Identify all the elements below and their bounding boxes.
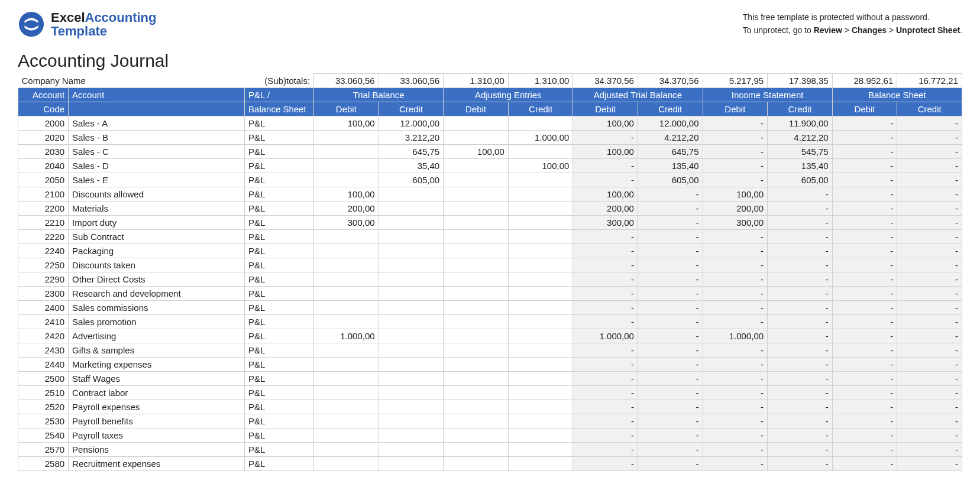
cell-adjusted-credit[interactable]: -: [638, 202, 703, 216]
cell-account-name[interactable]: Sales commissions: [69, 301, 245, 315]
cell-adjusting-credit[interactable]: [508, 272, 573, 287]
cell-trial-debit[interactable]: [314, 287, 379, 301]
cell-balance-debit[interactable]: -: [832, 372, 897, 386]
cell-balance-debit[interactable]: -: [832, 131, 897, 145]
cell-account-code[interactable]: 2540: [18, 428, 69, 443]
cell-account-type[interactable]: P&L: [245, 159, 314, 173]
cell-account-code[interactable]: 2570: [18, 443, 69, 457]
cell-adjusted-debit[interactable]: -: [573, 343, 638, 358]
cell-account-type[interactable]: P&L: [245, 202, 314, 216]
cell-account-type[interactable]: P&L: [245, 173, 314, 187]
cell-account-name[interactable]: Sales - C: [69, 145, 245, 159]
cell-account-type[interactable]: P&L: [245, 372, 314, 386]
cell-balance-debit[interactable]: -: [832, 443, 897, 457]
cell-income-debit[interactable]: 1.000,00: [703, 329, 768, 343]
cell-adjusted-credit[interactable]: 4.212,20: [638, 131, 703, 145]
cell-income-credit[interactable]: -: [768, 315, 833, 329]
cell-balance-debit[interactable]: -: [832, 173, 897, 187]
cell-account-type[interactable]: P&L: [245, 414, 314, 428]
cell-adjusted-debit[interactable]: -: [573, 131, 638, 145]
cell-account-type[interactable]: P&L: [245, 358, 314, 372]
cell-account-type[interactable]: P&L: [245, 457, 314, 471]
subtotal-cell[interactable]: 1.310,00: [508, 74, 573, 88]
cell-adjusted-debit[interactable]: -: [573, 400, 638, 414]
cell-balance-credit[interactable]: -: [897, 216, 962, 230]
cell-adjusting-credit[interactable]: [508, 443, 573, 457]
cell-adjusting-debit[interactable]: [444, 131, 509, 145]
subtotal-cell[interactable]: 34.370,56: [638, 74, 703, 88]
cell-income-debit[interactable]: -: [703, 372, 768, 386]
cell-account-code[interactable]: 2050: [18, 173, 69, 187]
cell-adjusting-debit[interactable]: [444, 116, 509, 131]
cell-income-credit[interactable]: 135,40: [768, 159, 833, 173]
cell-account-code[interactable]: 2400: [18, 301, 69, 315]
cell-income-credit[interactable]: 4.212,20: [768, 131, 833, 145]
cell-balance-credit[interactable]: -: [897, 457, 962, 471]
cell-income-debit[interactable]: -: [703, 414, 768, 428]
cell-adjusting-debit[interactable]: [444, 287, 509, 301]
cell-account-code[interactable]: 2500: [18, 372, 69, 386]
cell-income-debit[interactable]: -: [703, 116, 768, 131]
cell-balance-debit[interactable]: -: [832, 358, 897, 372]
cell-trial-credit[interactable]: [379, 428, 444, 443]
subtotal-cell[interactable]: 16.772,21: [897, 74, 962, 88]
cell-adjusted-credit[interactable]: -: [638, 272, 703, 287]
cell-income-credit[interactable]: -: [768, 414, 833, 428]
cell-adjusting-credit[interactable]: [508, 400, 573, 414]
cell-adjusting-debit[interactable]: [444, 443, 509, 457]
cell-balance-debit[interactable]: -: [832, 116, 897, 131]
cell-income-debit[interactable]: -: [703, 287, 768, 301]
cell-account-name[interactable]: Payroll expenses: [69, 400, 245, 414]
cell-adjusting-credit[interactable]: [508, 457, 573, 471]
cell-trial-credit[interactable]: [379, 230, 444, 244]
cell-adjusting-credit[interactable]: [508, 202, 573, 216]
cell-trial-credit[interactable]: [379, 329, 444, 343]
cell-adjusted-credit[interactable]: -: [638, 386, 703, 400]
cell-adjusted-credit[interactable]: -: [638, 358, 703, 372]
cell-trial-debit[interactable]: [314, 372, 379, 386]
cell-income-debit[interactable]: -: [703, 443, 768, 457]
cell-account-type[interactable]: P&L: [245, 301, 314, 315]
cell-income-credit[interactable]: -: [768, 301, 833, 315]
cell-account-type[interactable]: P&L: [245, 400, 314, 414]
cell-balance-credit[interactable]: -: [897, 414, 962, 428]
cell-trial-credit[interactable]: 605,00: [379, 173, 444, 187]
cell-adjusted-debit[interactable]: -: [573, 428, 638, 443]
cell-account-name[interactable]: Sub Contract: [69, 230, 245, 244]
cell-trial-credit[interactable]: [379, 372, 444, 386]
cell-adjusting-credit[interactable]: [508, 386, 573, 400]
cell-adjusted-debit[interactable]: 100,00: [573, 145, 638, 159]
cell-adjusted-debit[interactable]: 300,00: [573, 216, 638, 230]
cell-adjusting-debit[interactable]: [444, 428, 509, 443]
cell-trial-debit[interactable]: [314, 400, 379, 414]
cell-adjusting-credit[interactable]: [508, 287, 573, 301]
cell-adjusting-credit[interactable]: [508, 230, 573, 244]
cell-income-debit[interactable]: -: [703, 272, 768, 287]
cell-balance-debit[interactable]: -: [832, 428, 897, 443]
cell-adjusting-debit[interactable]: [444, 202, 509, 216]
cell-balance-credit[interactable]: -: [897, 372, 962, 386]
cell-adjusting-debit[interactable]: [444, 230, 509, 244]
cell-balance-debit[interactable]: -: [832, 414, 897, 428]
subtotal-cell[interactable]: 17.398,35: [768, 74, 833, 88]
cell-account-code[interactable]: 2580: [18, 457, 69, 471]
cell-income-debit[interactable]: -: [703, 301, 768, 315]
cell-adjusted-credit[interactable]: -: [638, 414, 703, 428]
cell-account-code[interactable]: 2210: [18, 216, 69, 230]
cell-account-code[interactable]: 2220: [18, 230, 69, 244]
cell-trial-credit[interactable]: [379, 343, 444, 358]
cell-balance-credit[interactable]: -: [897, 329, 962, 343]
cell-balance-credit[interactable]: -: [897, 443, 962, 457]
cell-account-name[interactable]: Pensions: [69, 443, 245, 457]
cell-account-name[interactable]: Sales promotion: [69, 315, 245, 329]
cell-adjusting-debit[interactable]: 100,00: [444, 145, 509, 159]
cell-account-type[interactable]: P&L: [245, 272, 314, 287]
cell-account-code[interactable]: 2510: [18, 386, 69, 400]
cell-trial-credit[interactable]: [379, 386, 444, 400]
cell-account-code[interactable]: 2430: [18, 343, 69, 358]
cell-adjusted-debit[interactable]: -: [573, 315, 638, 329]
cell-trial-credit[interactable]: [379, 443, 444, 457]
cell-account-name[interactable]: Packaging: [69, 244, 245, 258]
cell-income-debit[interactable]: -: [703, 230, 768, 244]
cell-trial-credit[interactable]: [379, 187, 444, 202]
